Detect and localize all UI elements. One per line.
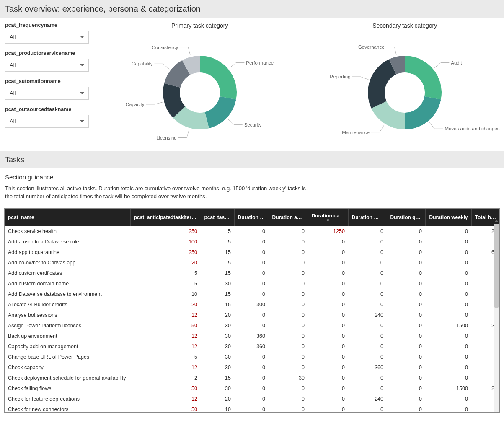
table-row[interactable]: Back up environment1230360000006	[5, 331, 500, 342]
table-cell: 0	[308, 321, 348, 331]
table-cell: 0	[308, 373, 348, 383]
table-cell: 0	[308, 362, 348, 373]
table-row[interactable]: Change base URL of Power Pages5300000000	[5, 352, 500, 362]
table-cell: 5	[130, 352, 201, 362]
table-cell: 5	[130, 268, 201, 279]
tasks-table[interactable]: pcat_namepcat_anticipatedtaskiteratio...…	[5, 209, 500, 413]
table-cell: 15	[201, 247, 234, 258]
table-cell: Analyse bot sessions	[5, 310, 130, 321]
table-row[interactable]: Add a user to a Dataverse role1005000000…	[5, 237, 500, 247]
table-row[interactable]: Check for feature deprecations1220000240…	[5, 394, 500, 404]
column-header[interactable]: Duration ad-hoc	[234, 209, 269, 226]
table-cell: Add Dataverse database to environment	[5, 289, 130, 300]
table-cell: 0	[387, 268, 425, 279]
table-cell: 1500	[425, 321, 471, 331]
filter-dropdown-1[interactable]: All	[5, 59, 89, 72]
table-cell: Add a user to a Dataverse role	[5, 237, 130, 247]
column-header[interactable]: pcat_anticipatedtaskiteratio...	[130, 209, 201, 226]
donut-segment-performance[interactable]	[200, 56, 237, 99]
table-cell: 360	[234, 342, 269, 352]
table-cell: 0	[234, 321, 269, 331]
table-cell: 0	[269, 383, 308, 394]
table-cell: 0	[308, 383, 348, 394]
table-cell: 0	[234, 237, 269, 247]
table-cell: 0	[269, 237, 308, 247]
donut-label: Licensing	[156, 135, 177, 140]
table-cell: 15	[201, 300, 234, 310]
filter-dropdown-2[interactable]: All	[5, 87, 89, 100]
table-cell: 0	[234, 373, 269, 383]
donut-label: Performance	[246, 60, 274, 65]
table-cell: 0	[348, 237, 387, 247]
table-row[interactable]: Add co-owner to Canvas app2050000002	[5, 258, 500, 268]
donut-label: Consistency	[152, 45, 178, 50]
table-cell: 0	[425, 279, 471, 289]
table-cell: 2	[130, 373, 201, 383]
table-cell: 0	[348, 258, 387, 268]
donut-segment-security[interactable]	[205, 96, 236, 128]
table-cell: 300	[234, 300, 269, 310]
table-cell: 0	[387, 373, 425, 383]
donut-chart[interactable]: PerformanceSecurityLicensingCapacityCapa…	[120, 34, 279, 143]
table-row[interactable]: Capacity add-on management1230360000006	[5, 342, 500, 352]
secondary-category-chart: Secondary task category AuditMoves adds …	[311, 22, 499, 143]
table-cell: 30	[201, 362, 234, 373]
table-cell: 0	[234, 383, 269, 394]
column-header[interactable]: Duration weekly	[425, 209, 471, 226]
column-header[interactable]: pcat_name	[5, 209, 130, 226]
donut-segment-audit[interactable]	[405, 56, 442, 99]
table-cell: 0	[425, 258, 471, 268]
table-row[interactable]: Check for new connectors50100000008	[5, 404, 500, 413]
table-cell: 30	[201, 342, 234, 352]
table-cell: 0	[348, 373, 387, 383]
table-cell: 0	[269, 258, 308, 268]
table-cell: 0	[269, 300, 308, 310]
donut-label: Security	[244, 122, 261, 127]
table-row[interactable]: Check capacity1230000360006	[5, 362, 500, 373]
column-header[interactable]: pcat_taskduration	[201, 209, 234, 226]
column-header[interactable]: Duration monthly	[348, 209, 387, 226]
table-cell: Check service health	[5, 226, 130, 237]
filter-dropdown-3[interactable]: All	[5, 115, 89, 128]
column-header[interactable]: Duration quarterly	[387, 209, 425, 226]
table-row[interactable]: Assign Power Platform licenses5030000001…	[5, 321, 500, 331]
donut-chart[interactable]: AuditMoves adds and changesMaintenanceRe…	[325, 34, 484, 143]
table-cell: 0	[387, 394, 425, 404]
table-row[interactable]: Check failing flows503000000150025	[5, 383, 500, 394]
table-row[interactable]: Add custom certificates5150000000	[5, 268, 500, 279]
table-cell: 0	[348, 268, 387, 279]
table-row[interactable]: Allocate AI Builder credits2015300000005	[5, 300, 500, 310]
table-cell: 0	[348, 321, 387, 331]
filter-dropdown-0[interactable]: All	[5, 31, 89, 44]
column-header[interactable]: Duration daily▼	[308, 209, 348, 226]
table-cell: 12	[130, 331, 201, 342]
filter-value: All	[10, 90, 16, 96]
table-row[interactable]: Check deployment schedule for general av…	[5, 373, 500, 383]
table-cell: 0	[348, 383, 387, 394]
scrollbar-thumb[interactable]	[494, 224, 499, 308]
table-cell: Add co-owner to Canvas app	[5, 258, 130, 268]
table-row[interactable]: Add app to quarantine2501500000063	[5, 247, 500, 258]
table-row[interactable]: Add custom domain name5300000000	[5, 279, 500, 289]
donut-segment-moves-adds-and-changes[interactable]	[405, 96, 441, 129]
table-cell: 0	[308, 289, 348, 300]
chevron-down-icon	[80, 36, 84, 38]
page-title: Task overview: experience, persona & cat…	[0, 0, 504, 18]
column-header[interactable]: Duration annually	[269, 209, 308, 226]
table-row[interactable]: Add Dataverse database to environment101…	[5, 289, 500, 300]
table-cell: 0	[387, 383, 425, 394]
table-row[interactable]: Check service health250500125000021	[5, 226, 500, 237]
table-cell: 0	[387, 226, 425, 237]
table-cell: 0	[425, 226, 471, 237]
table-cell: 0	[269, 247, 308, 258]
table-cell: 0	[308, 300, 348, 310]
table-row[interactable]: Analyse bot sessions1220000240004	[5, 310, 500, 321]
primary-category-chart: Primary task category PerformanceSecurit…	[106, 22, 294, 143]
filter-label: pcat_automationname	[5, 78, 89, 84]
donut-segment-reporting[interactable]	[368, 59, 396, 108]
table-scrollbar[interactable]	[494, 224, 499, 412]
table-cell: 240	[348, 310, 387, 321]
table-cell: 250	[130, 247, 201, 258]
scroll-up-icon[interactable]	[494, 218, 499, 224]
table-cell: 0	[308, 237, 348, 247]
